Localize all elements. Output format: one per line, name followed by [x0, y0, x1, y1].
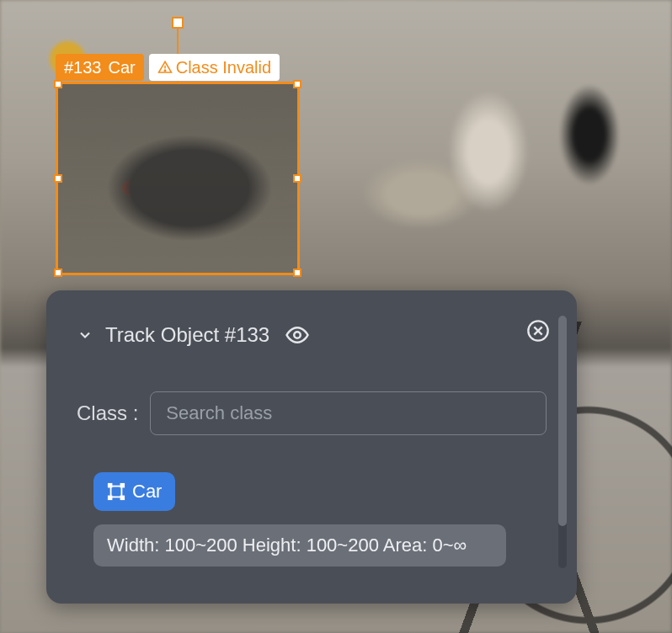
bbox-handle-top-left[interactable] — [54, 80, 62, 88]
bounding-box-icon — [107, 482, 125, 501]
class-search-input[interactable] — [150, 391, 547, 435]
bounding-box-content — [58, 84, 297, 273]
bbox-id-text: #133 — [64, 59, 102, 76]
object-constraints-text: Width: 100~200 Height: 100~200 Area: 0~∞ — [107, 535, 467, 556]
bbox-warning-label[interactable]: Class Invalid — [149, 54, 280, 81]
panel-title: Track Object #133 — [105, 323, 269, 347]
panel-scrollbar-track[interactable] — [558, 316, 567, 568]
bbox-handle-bottom-left[interactable] — [54, 269, 62, 277]
class-field-label: Class : — [77, 402, 138, 425]
bbox-handle-top-right[interactable] — [293, 80, 301, 88]
object-class-chip[interactable]: Car — [93, 472, 175, 511]
panel-header: Track Object #133 — [77, 322, 547, 348]
close-button[interactable] — [525, 319, 552, 346]
class-field-row: Class : — [77, 391, 547, 435]
bbox-rotation-handle[interactable] — [172, 17, 184, 29]
bbox-label-group: #133 Car Class Invalid — [56, 54, 280, 81]
svg-point-1 — [164, 70, 166, 72]
bbox-id-class-label[interactable]: #133 Car — [56, 54, 144, 81]
bbox-handle-mid-right[interactable] — [293, 174, 301, 183]
bbox-warning-text: Class Invalid — [176, 59, 271, 76]
panel-scrollbar-thumb[interactable] — [558, 316, 567, 526]
object-class-chip-label: Car — [132, 481, 162, 503]
bbox-class-text: Car — [109, 59, 136, 76]
svg-rect-9 — [109, 497, 112, 500]
chevron-down-icon[interactable] — [77, 327, 93, 343]
svg-rect-7 — [109, 484, 112, 487]
bounding-box[interactable]: #133 Car Class Invalid — [56, 82, 300, 275]
object-details: Car Width: 100~200 Height: 100~200 Area:… — [93, 472, 547, 567]
bbox-handle-mid-left[interactable] — [54, 174, 62, 183]
object-properties-panel: Track Object #133 Class : — [46, 290, 577, 604]
bbox-handle-bottom-right[interactable] — [293, 269, 301, 277]
svg-rect-8 — [121, 484, 125, 487]
warning-triangle-icon — [157, 60, 173, 75]
annotation-viewport: #133 Car Class Invalid — [0, 0, 672, 633]
svg-point-2 — [294, 332, 301, 338]
svg-rect-6 — [111, 487, 122, 497]
visibility-icon[interactable] — [285, 322, 310, 348]
close-circle-icon — [526, 319, 550, 346]
object-constraints: Width: 100~200 Height: 100~200 Area: 0~∞ — [93, 524, 506, 567]
svg-rect-10 — [121, 497, 125, 500]
